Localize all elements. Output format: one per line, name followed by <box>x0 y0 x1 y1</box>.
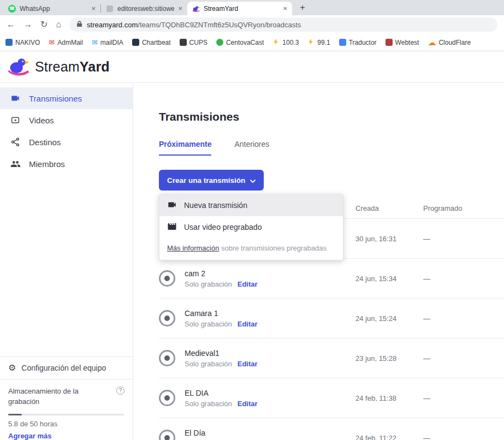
record-icon <box>159 390 175 406</box>
tab-title: StreamYard <box>204 5 279 13</box>
created-cell: 24 jun, 15:24 <box>355 314 423 323</box>
scheduled-cell: — <box>423 235 504 243</box>
record-icon <box>159 430 175 440</box>
video-player-icon <box>10 115 21 125</box>
tab-proximamente[interactable]: Próximamente <box>159 140 211 156</box>
record-icon <box>159 270 175 287</box>
forward-icon[interactable]: → <box>23 20 32 29</box>
sidebar-item-label: Miembros <box>29 159 65 169</box>
bookmark-traductor[interactable]: Traductor <box>339 39 377 46</box>
close-icon[interactable]: × <box>91 5 96 12</box>
cloud-icon: ☁ <box>428 38 436 46</box>
sidebar-item-destinos[interactable]: Destinos <box>0 131 133 153</box>
chevron-down-icon <box>250 176 256 185</box>
centovacast-icon <box>216 39 223 46</box>
new-tab-button[interactable]: + <box>297 2 309 14</box>
close-icon[interactable]: × <box>178 5 182 12</box>
nakivo-icon <box>5 39 13 46</box>
edit-link[interactable]: Editar <box>238 400 258 408</box>
create-broadcast-button[interactable]: Crear una transmisión <box>159 170 264 191</box>
table-row: Medieval1 Solo grabaciónEditar 23 jun, 1… <box>159 338 504 378</box>
help-icon[interactable]: ? <box>116 387 124 395</box>
record-icon <box>159 350 175 366</box>
lightning-icon <box>272 38 280 47</box>
create-dropdown-menu: Nueva transmisión Usar video pregrabado … <box>159 194 343 260</box>
bookmark-100-3[interactable]: 100.3 <box>272 38 299 47</box>
learn-more-link[interactable]: Más información <box>167 244 219 252</box>
storage-progress-fill <box>8 414 22 415</box>
translate-icon <box>339 39 346 46</box>
broadcast-camera-icon <box>10 93 21 103</box>
sidebar-item-label: Destinos <box>29 138 61 147</box>
scheduled-cell: — <box>423 434 504 440</box>
tab-anteriores[interactable]: Anteriores <box>234 140 269 156</box>
column-header-scheduled: Programado <box>423 204 504 212</box>
people-icon <box>10 159 21 169</box>
reload-icon[interactable]: ↻ <box>40 20 48 29</box>
tab-title: WhatsApp <box>20 5 87 13</box>
share-icon <box>10 137 21 147</box>
storage-section: Almacenamiento de la grabación ? 5.8 de … <box>0 379 133 440</box>
storage-title: Almacenamiento de la grabación <box>8 387 96 407</box>
clapperboard-icon <box>167 222 177 233</box>
record-icon <box>159 310 175 326</box>
bookmark-99-1[interactable]: 99.1 <box>307 38 330 47</box>
webtest-icon <box>386 39 393 46</box>
sidebar-item-team-settings[interactable]: ⚙ Configuración del equipo <box>0 356 133 379</box>
back-icon[interactable]: ← <box>7 20 15 29</box>
close-icon[interactable]: × <box>283 5 287 12</box>
broadcast-title: cam 2 <box>185 269 258 278</box>
bookmark-cloudflare[interactable]: ☁CloudFlare <box>428 38 471 46</box>
streamyard-logo-icon[interactable] <box>8 56 29 79</box>
sidebar-item-label: Transmisiones <box>29 94 82 103</box>
menu-item-new-broadcast[interactable]: Nueva transmisión <box>159 194 343 216</box>
mail-icon: ✉ <box>92 39 98 46</box>
camera-icon <box>167 200 177 211</box>
edit-link[interactable]: Editar <box>238 280 258 288</box>
add-more-link[interactable]: Agregar más <box>8 432 51 440</box>
bookmark-centovacast[interactable]: CentovaCast <box>216 39 264 46</box>
table-row: Camara 1 Solo grabaciónEditar 24 jun, 15… <box>159 299 504 338</box>
bookmark-maildia[interactable]: ✉mailDIA <box>92 39 123 46</box>
bookmark-webtest[interactable]: Webtest <box>386 39 419 46</box>
lightning-icon <box>307 38 315 47</box>
bookmark-admmail[interactable]: ✉AdmMail <box>49 39 83 46</box>
broadcast-title: Camara 1 <box>185 309 258 318</box>
tab-whatsapp[interactable]: ☎ WhatsApp × <box>3 2 100 15</box>
edit-link[interactable]: Editar <box>238 320 258 328</box>
column-header-created: Creada <box>355 204 423 212</box>
url-path: /teams/TQDhBC9ZNTmft6z5UsQVRyon/broadcas… <box>138 21 301 29</box>
broadcast-title: El Día <box>185 429 258 437</box>
tab-eldia[interactable]: editoresweb:sitioweb:eldia.co × <box>101 2 187 15</box>
broadcast-tabs: Próximamente Anteriores <box>159 140 504 156</box>
main-content: Transmisiones Próximamente Anteriores Cr… <box>133 83 504 440</box>
mail-icon: ✉ <box>49 39 55 46</box>
sidebar-item-miembros[interactable]: Miembros <box>0 153 133 175</box>
created-cell: 24 feb, 11:38 <box>355 394 423 402</box>
bookmark-cups[interactable]: CUPS <box>180 39 207 46</box>
sidebar-item-videos[interactable]: Videos <box>0 109 133 131</box>
sidebar-item-label: Videos <box>29 116 54 125</box>
scheduled-cell: — <box>423 314 504 323</box>
table-row: EL DIA Solo grabaciónEditar 24 feb, 11:3… <box>159 378 504 418</box>
created-cell: 30 jun, 16:31 <box>355 235 423 243</box>
site-favicon-icon <box>106 5 114 13</box>
created-cell: 24 jun, 15:34 <box>355 275 423 283</box>
broadcast-title: EL DIA <box>185 389 258 397</box>
broadcast-title: Medieval1 <box>185 349 258 358</box>
scheduled-cell: — <box>423 275 504 283</box>
home-icon[interactable]: ⌂ <box>56 20 61 29</box>
url-host: streamyard.com <box>87 21 138 29</box>
menu-item-prerecorded-video[interactable]: Usar video pregrabado <box>159 216 343 238</box>
address-bar[interactable]: streamyard.com/teams/TQDhBC9ZNTmft6z5UsQ… <box>69 17 497 32</box>
dropdown-info-text: Más información sobre transmisiones preg… <box>159 238 343 260</box>
bookmark-chartbeat[interactable]: Chartbeat <box>132 39 171 46</box>
sidebar: Transmisiones Videos Destinos Miembros ⚙… <box>0 83 133 440</box>
bookmark-nakivo[interactable]: NAKIVO <box>5 39 40 46</box>
table-row: cam 2 Solo grabaciónEditar 24 jun, 15:34… <box>159 259 504 299</box>
streamyard-favicon-icon <box>192 5 200 13</box>
tab-streamyard[interactable]: StreamYard × <box>187 2 292 15</box>
edit-link[interactable]: Editar <box>238 360 258 368</box>
sidebar-item-transmisiones[interactable]: Transmisiones <box>0 87 133 109</box>
scheduled-cell: — <box>423 394 504 402</box>
